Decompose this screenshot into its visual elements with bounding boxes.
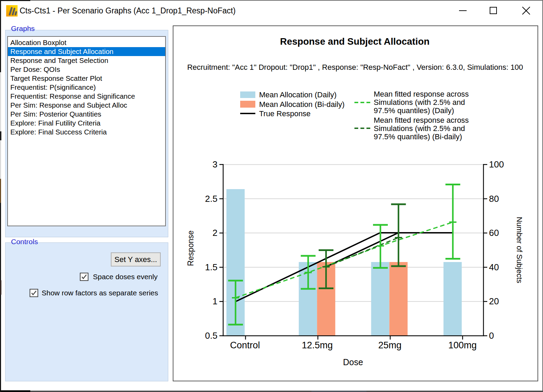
svg-text:0.5: 0.5 xyxy=(205,330,217,341)
svg-text:0: 0 xyxy=(489,330,494,341)
svg-text:25mg: 25mg xyxy=(378,340,402,350)
svg-text:40: 40 xyxy=(489,262,499,272)
svg-text:20: 20 xyxy=(489,296,499,306)
svg-text:100mg: 100mg xyxy=(448,340,477,350)
svg-text:2: 2 xyxy=(213,228,217,238)
svg-text:80: 80 xyxy=(489,194,499,204)
svg-text:Simulations (with 2.5% and: Simulations (with 2.5% and xyxy=(374,98,465,107)
svg-text:Response and Subject Allocatio: Response and Subject Allocation xyxy=(280,36,429,47)
svg-text:Mean fitted response across: Mean fitted response across xyxy=(374,90,469,98)
svg-text:1: 1 xyxy=(213,296,217,306)
svg-text:Mean Allocation (Bi-daily): Mean Allocation (Bi-daily) xyxy=(259,100,344,109)
svg-text:97.5% quantiles) (Bi-daily): 97.5% quantiles) (Bi-daily) xyxy=(374,132,462,141)
svg-text:60: 60 xyxy=(489,228,499,238)
svg-text:Mean Allocation (Daily): Mean Allocation (Daily) xyxy=(259,90,337,99)
svg-text:Mean fitted response across: Mean fitted response across xyxy=(374,116,469,124)
svg-text:3: 3 xyxy=(213,159,217,170)
svg-text:1.5: 1.5 xyxy=(205,262,217,272)
svg-text:Number of Subjects: Number of Subjects xyxy=(515,217,524,283)
svg-text:Recruitment: "Acc 1" Dropout:: Recruitment: "Acc 1" Dropout: "Drop1" , … xyxy=(187,63,523,72)
svg-text:True Response: True Response xyxy=(259,109,311,118)
svg-text:Dose: Dose xyxy=(343,357,363,367)
svg-text:12.5mg: 12.5mg xyxy=(302,340,333,350)
svg-text:97.5% quantiles) (Daily): 97.5% quantiles) (Daily) xyxy=(374,106,454,115)
svg-text:Control: Control xyxy=(230,340,260,350)
svg-text:Simulations (with 2.5% and: Simulations (with 2.5% and xyxy=(374,124,465,133)
svg-text:2.5: 2.5 xyxy=(205,194,217,204)
svg-text:Response: Response xyxy=(186,230,195,266)
svg-text:100: 100 xyxy=(489,159,504,170)
